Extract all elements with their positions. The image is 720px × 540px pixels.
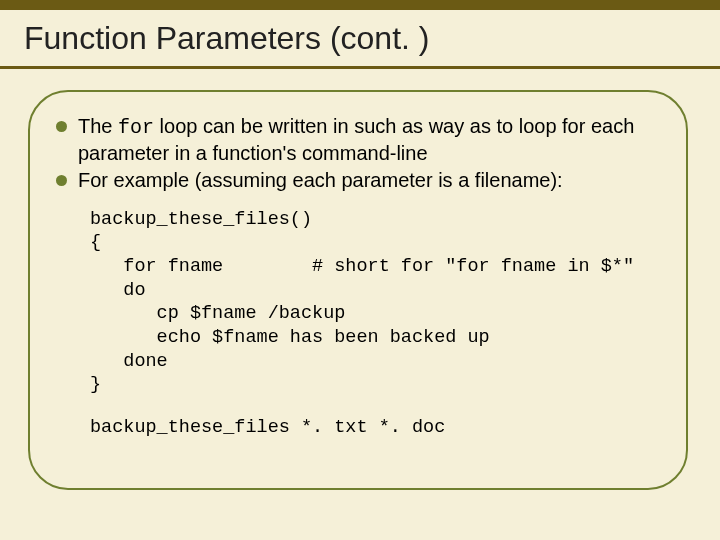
- bullet-text-pre: The: [78, 115, 118, 137]
- code-block: backup_these_files() { for fname # short…: [90, 208, 660, 397]
- inline-code: for: [118, 116, 154, 139]
- slide-title: Function Parameters (cont. ): [24, 20, 429, 57]
- bullet-text-pre: For example (assuming each parameter is …: [78, 169, 563, 191]
- bullet-list: The for loop can be written in such as w…: [56, 114, 660, 194]
- bullet-item: For example (assuming each parameter is …: [56, 168, 660, 194]
- bullet-text-post: loop can be written in such as way as to…: [78, 115, 634, 164]
- header-band: [0, 0, 720, 10]
- title-underline: [0, 66, 720, 69]
- bullet-item: The for loop can be written in such as w…: [56, 114, 660, 166]
- content-frame: The for loop can be written in such as w…: [28, 90, 688, 490]
- code-invocation: backup_these_files *. txt *. doc: [90, 417, 660, 438]
